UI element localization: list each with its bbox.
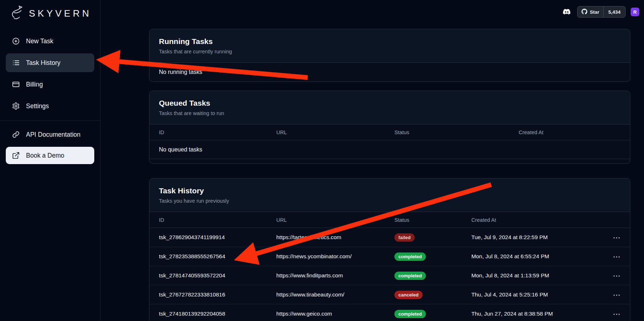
queued-tasks-footer-spacer [150, 159, 630, 163]
queued-tasks-table-header: ID URL Status Created At [150, 124, 630, 140]
status-badge: completed [394, 272, 426, 280]
row-menu-icon[interactable]: ⋯ [608, 272, 621, 280]
sidebar-item-new-task[interactable]: New Task [6, 32, 94, 50]
table-row[interactable]: tsk_274180139292204058 https://www.geico… [150, 304, 630, 321]
table-row[interactable]: tsk_278235388555267564 https://news.ycom… [150, 247, 630, 266]
column-header-created-at: Created At [519, 129, 621, 135]
table-row[interactable]: tsk_278147405593572204 https://www.findi… [150, 266, 630, 285]
column-header-url: URL [276, 217, 394, 223]
column-header-created-at: Created At [471, 217, 608, 223]
status-badge: failed [394, 233, 415, 242]
column-header-status: Status [394, 129, 519, 135]
task-url-cell: https://www.finditparts.com [276, 272, 394, 279]
book-a-demo-button[interactable]: Book a Demo [6, 147, 94, 164]
github-star-button[interactable]: Star 5,434 [577, 6, 626, 18]
sidebar: SKYVERN New Task Task History Billing [0, 0, 100, 321]
book-a-demo-label: Book a Demo [26, 152, 64, 159]
sidebar-item-label: API Documentation [26, 131, 81, 138]
running-tasks-card: Running Tasks Tasks that are currently r… [149, 29, 630, 82]
sidebar-nav: New Task Task History Billing [0, 32, 100, 115]
discord-icon[interactable] [561, 7, 572, 17]
task-id-cell: tsk_276727822333810816 [159, 291, 276, 298]
task-history-title: Task History [159, 186, 621, 195]
link-icon [12, 130, 20, 139]
github-star-count: 5,434 [604, 9, 625, 15]
row-menu-icon[interactable]: ⋯ [608, 234, 621, 241]
running-tasks-title: Running Tasks [159, 37, 621, 46]
queued-tasks-card: Queued Tasks Tasks that are waiting to r… [149, 91, 630, 164]
sidebar-item-label: Task History [26, 59, 60, 67]
running-tasks-empty-text: No running tasks [150, 63, 630, 82]
avatar[interactable]: R [631, 8, 639, 16]
task-history-header: Task History Tasks you have run previous… [150, 179, 630, 212]
brand-logo: SKYVERN [0, 0, 100, 22]
table-row[interactable]: tsk_276727822333810816 https://www.tirab… [150, 285, 630, 304]
queued-tasks-empty-text: No queued tasks [150, 140, 630, 159]
task-url-cell: https://www.geico.com [276, 311, 394, 317]
list-icon [12, 58, 20, 67]
sidebar-secondary-nav: API Documentation Book a Demo [0, 125, 100, 164]
skyvern-dragon-icon [9, 4, 25, 22]
external-link-icon [12, 151, 20, 160]
queued-tasks-body: ID URL Status Created At No queued tasks [150, 124, 630, 163]
main-content: Running Tasks Tasks that are currently r… [149, 29, 630, 321]
task-history-table-header: ID URL Status Created At [150, 212, 630, 228]
column-header-id: ID [159, 129, 276, 135]
task-created-at-cell: Thu, Jul 4, 2024 at 5:25:16 PM [471, 291, 608, 298]
status-badge: completed [394, 252, 426, 261]
task-created-at-cell: Mon, Jul 8, 2024 at 6:55:24 PM [471, 253, 608, 260]
queued-tasks-title: Queued Tasks [159, 99, 621, 107]
column-header-id: ID [159, 217, 276, 223]
row-menu-icon[interactable]: ⋯ [608, 310, 621, 318]
sidebar-divider [0, 120, 100, 121]
sidebar-item-label: Settings [26, 102, 49, 110]
sidebar-item-label: New Task [26, 38, 53, 45]
table-row[interactable]: tsk_278629043741199914 https://tartecosm… [150, 228, 630, 247]
running-tasks-header: Running Tasks Tasks that are currently r… [150, 29, 630, 62]
task-url-cell: https://tartecosmetics.com [276, 234, 394, 241]
sidebar-item-label: Billing [26, 81, 43, 88]
task-id-cell: tsk_274180139292204058 [159, 311, 276, 317]
row-menu-icon[interactable]: ⋯ [608, 253, 621, 260]
github-icon [582, 9, 587, 16]
github-star-label: Star [590, 9, 599, 15]
gear-icon [12, 102, 20, 110]
queued-tasks-subtitle: Tasks that are waiting to run [159, 110, 621, 116]
task-history-card: Task History Tasks you have run previous… [149, 178, 630, 321]
task-id-cell: tsk_278147405593572204 [159, 272, 276, 279]
sidebar-item-billing[interactable]: Billing [6, 75, 94, 94]
running-tasks-subtitle: Tasks that are currently running [159, 49, 621, 54]
status-badge: canceled [394, 291, 423, 299]
queued-tasks-header: Queued Tasks Tasks that are waiting to r… [150, 91, 630, 124]
topbar: Star 5,434 R S [561, 6, 644, 18]
running-tasks-body: No running tasks [150, 62, 630, 82]
github-star-left: Star [578, 6, 604, 17]
task-id-cell: tsk_278235388555267564 [159, 253, 276, 260]
credit-card-icon [12, 80, 20, 89]
sidebar-item-task-history[interactable]: Task History [6, 53, 94, 72]
task-history-subtitle: Tasks you have run previously [159, 198, 621, 204]
task-url-cell: https://www.tirabeauty.com/ [276, 291, 394, 298]
task-id-cell: tsk_278629043741199914 [159, 234, 276, 241]
column-header-url: URL [276, 129, 394, 135]
task-created-at-cell: Thu, Jun 27, 2024 at 8:38:58 PM [471, 311, 608, 317]
brand-name: SKYVERN [29, 8, 91, 19]
task-url-cell: https://news.ycombinator.com/ [276, 253, 394, 260]
sidebar-item-settings[interactable]: Settings [6, 97, 94, 115]
plus-circle-icon [12, 37, 20, 45]
status-badge: completed [394, 310, 426, 318]
row-menu-icon[interactable]: ⋯ [608, 291, 621, 299]
task-history-body: ID URL Status Created At tsk_27862904374… [150, 212, 630, 321]
task-created-at-cell: Mon, Jul 8, 2024 at 1:13:59 PM [471, 272, 608, 279]
task-created-at-cell: Tue, Jul 9, 2024 at 8:22:59 PM [471, 234, 608, 241]
column-header-status: Status [394, 217, 471, 223]
sidebar-item-api-documentation[interactable]: API Documentation [6, 125, 94, 144]
